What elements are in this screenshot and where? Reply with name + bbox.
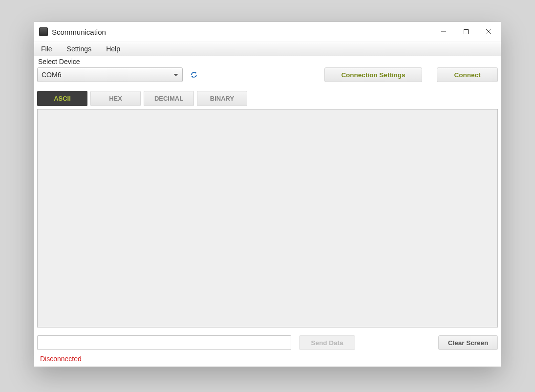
refresh-icon xyxy=(190,71,198,79)
tab-binary[interactable]: BINARY xyxy=(197,91,247,106)
connection-settings-button[interactable]: Connection Settings xyxy=(324,67,422,82)
device-row: COM6 Connection Settings Connect xyxy=(37,67,498,82)
format-tabs: ASCII HEX DECIMAL BINARY xyxy=(37,91,498,106)
svg-marker-4 xyxy=(195,72,197,74)
output-panel xyxy=(37,109,498,327)
minimize-icon xyxy=(441,29,447,35)
app-icon xyxy=(39,27,48,36)
svg-marker-5 xyxy=(192,76,193,78)
tab-hex[interactable]: HEX xyxy=(90,91,141,106)
minimize-button[interactable] xyxy=(432,24,455,40)
tab-ascii[interactable]: ASCII xyxy=(37,91,87,106)
close-icon xyxy=(486,29,492,35)
menu-bar: File Settings Help xyxy=(34,42,501,56)
tab-decimal[interactable]: DECIMAL xyxy=(144,91,194,106)
connection-status: Disconnected xyxy=(40,355,498,363)
menu-file[interactable]: File xyxy=(38,44,55,54)
select-device-label: Select Device xyxy=(38,58,498,65)
refresh-button[interactable] xyxy=(190,70,198,79)
maximize-icon xyxy=(463,29,469,35)
send-input[interactable] xyxy=(37,335,291,350)
menu-help[interactable]: Help xyxy=(103,44,123,54)
title-bar: Scommunication xyxy=(34,22,501,42)
maximize-button[interactable] xyxy=(455,24,477,40)
svg-rect-1 xyxy=(464,30,469,34)
window-title: Scommunication xyxy=(52,28,106,36)
clear-screen-button[interactable]: Clear Screen xyxy=(438,335,498,350)
menu-settings[interactable]: Settings xyxy=(64,44,95,54)
connect-button[interactable]: Connect xyxy=(437,67,498,82)
send-data-button: Send Data xyxy=(299,335,355,350)
send-row: Send Data Clear Screen xyxy=(37,335,498,350)
content-area: Select Device COM6 Connection Settings C… xyxy=(34,56,501,367)
app-window: Scommunication File Settings Help Select… xyxy=(34,22,501,367)
device-select[interactable]: COM6 xyxy=(37,67,183,82)
close-button[interactable] xyxy=(477,24,500,40)
device-selected-value: COM6 xyxy=(42,71,61,79)
chevron-down-icon xyxy=(173,74,178,76)
